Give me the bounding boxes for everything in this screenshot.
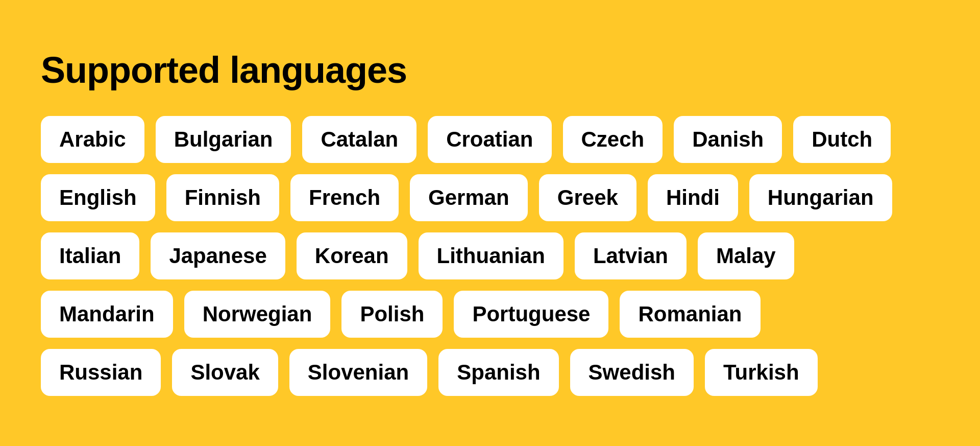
- page-title: Supported languages: [41, 50, 939, 90]
- language-tag: Hungarian: [749, 174, 892, 221]
- languages-grid: ArabicBulgarianCatalanCroatianCzechDanis…: [41, 116, 939, 396]
- language-tag: Finnish: [166, 174, 279, 221]
- language-tag: Slovenian: [289, 349, 427, 396]
- language-tag: German: [410, 174, 528, 221]
- language-row: EnglishFinnishFrenchGermanGreekHindiHung…: [41, 174, 939, 221]
- language-tag: Spanish: [438, 349, 558, 396]
- language-row: RussianSlovakSlovenianSpanishSwedishTurk…: [41, 349, 939, 396]
- language-tag: Japanese: [151, 232, 285, 279]
- language-tag: Bulgarian: [156, 116, 291, 163]
- language-tag: Romanian: [620, 291, 760, 338]
- language-tag: Lithuanian: [419, 232, 564, 279]
- language-tag: Arabic: [41, 116, 144, 163]
- language-tag: Catalan: [302, 116, 416, 163]
- language-tag: Malay: [698, 232, 794, 279]
- language-tag: Croatian: [428, 116, 551, 163]
- language-tag: Greek: [539, 174, 636, 221]
- language-tag: Dutch: [793, 116, 891, 163]
- language-tag: Mandarin: [41, 291, 173, 338]
- language-tag: Polish: [341, 291, 443, 338]
- language-tag: Norwegian: [184, 291, 331, 338]
- language-tag: Portuguese: [454, 291, 608, 338]
- language-row: ItalianJapaneseKoreanLithuanianLatvianMa…: [41, 232, 939, 279]
- language-tag: Czech: [563, 116, 663, 163]
- language-row: ArabicBulgarianCatalanCroatianCzechDanis…: [41, 116, 939, 163]
- language-tag: Italian: [41, 232, 139, 279]
- language-tag: Korean: [297, 232, 407, 279]
- language-tag: Russian: [41, 349, 161, 396]
- language-tag: Swedish: [570, 349, 694, 396]
- language-tag: Hindi: [648, 174, 738, 221]
- language-tag: French: [290, 174, 399, 221]
- language-row: MandarinNorwegianPolishPortugueseRomania…: [41, 291, 939, 338]
- language-tag: Latvian: [575, 232, 687, 279]
- language-tag: Turkish: [705, 349, 818, 396]
- language-tag: Danish: [674, 116, 782, 163]
- language-tag: Slovak: [172, 349, 278, 396]
- language-tag: English: [41, 174, 155, 221]
